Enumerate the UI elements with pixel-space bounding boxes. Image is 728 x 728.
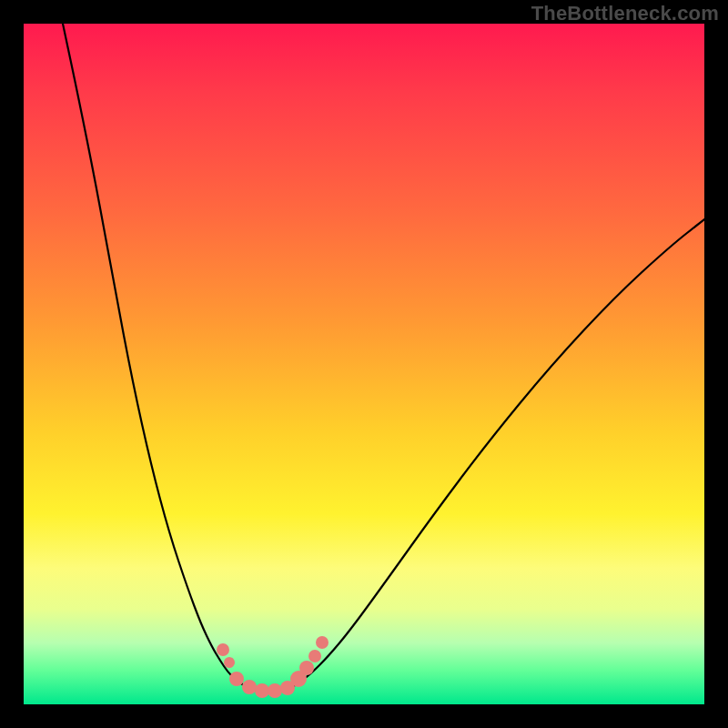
plot-gradient-bg [24, 24, 704, 704]
plot-frame [24, 24, 704, 704]
stage: TheBottleneck.com [0, 0, 728, 728]
watermark-text: TheBottleneck.com [531, 2, 719, 25]
